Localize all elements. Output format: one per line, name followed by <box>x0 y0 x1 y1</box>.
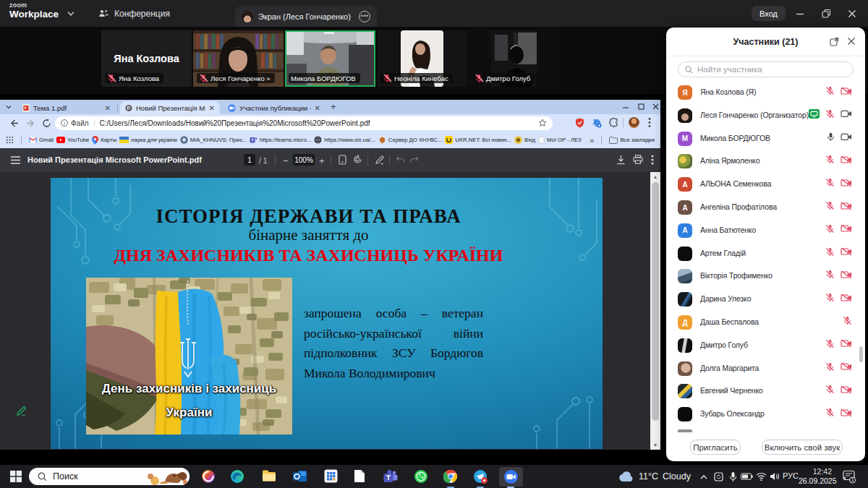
tray-sync-icon[interactable] <box>713 471 724 482</box>
all-bookmarks-button[interactable]: Все закладки <box>609 137 655 144</box>
participant-row[interactable]: Долга Маргарита <box>666 357 865 380</box>
participant-row[interactable]: ЯЯна Козлова (Я) <box>666 81 865 104</box>
video-tile-mykola-active-speaker[interactable]: Микола БОРДЮГОВ <box>285 30 375 87</box>
participant-row[interactable]: Аліна Ярмоленко <box>666 150 865 173</box>
bookmark-item[interactable]: наука для украіни <box>119 137 177 143</box>
window-minimize-icon[interactable] <box>622 105 629 111</box>
close-button[interactable] <box>846 8 858 20</box>
tab-close-icon[interactable]: ✕ <box>209 104 215 112</box>
minimize-button[interactable] <box>794 8 806 20</box>
microsoft365-icon[interactable] <box>324 469 339 484</box>
invite-button[interactable]: Пригласить <box>690 440 741 455</box>
copilot-icon[interactable] <box>201 469 216 484</box>
whatsapp-icon[interactable] <box>414 469 428 484</box>
notification-center-icon[interactable]: 1 <box>842 470 856 484</box>
window-close-icon[interactable] <box>652 103 659 110</box>
adblock-extension-icon[interactable] <box>575 118 584 128</box>
pdf-more-icon[interactable] <box>651 154 654 166</box>
list-scrollbar-thumb[interactable] <box>859 346 863 362</box>
back-icon[interactable] <box>9 119 19 128</box>
print-icon[interactable] <box>633 155 643 164</box>
tab-close-icon[interactable]: ✕ <box>315 104 320 112</box>
participant-row[interactable]: Дмитро Голуб <box>666 334 865 357</box>
scrollbar-thumb[interactable] <box>652 182 659 421</box>
teams-icon[interactable] <box>383 469 398 484</box>
tab-screen-share[interactable]: Экран (Леся Гончаренко) ••• <box>235 6 377 27</box>
more-options-icon[interactable]: ••• <box>359 11 370 22</box>
bookmark-item[interactable]: Gmail <box>29 137 54 143</box>
popout-icon[interactable] <box>830 37 839 46</box>
tray-microphone-icon[interactable] <box>729 471 737 482</box>
bookmark-item[interactable]: https://www.olx.ua/... <box>314 136 375 144</box>
outlook-icon[interactable] <box>293 469 307 484</box>
reload-icon[interactable] <box>42 119 51 128</box>
pdf-page-input[interactable]: 1 <box>244 154 255 166</box>
scroll-down-arrow[interactable]: ▼ <box>650 440 660 450</box>
start-button[interactable] <box>9 470 24 484</box>
participant-row[interactable]: ДДаша Беспалова <box>666 311 865 334</box>
weather-widget[interactable]: 11°C Cloudy <box>618 465 691 488</box>
browser-menu-icon[interactable] <box>648 117 651 128</box>
taskbar-search[interactable]: Поиск <box>29 468 190 485</box>
participant-row[interactable]: ААЛЬОНА Семенкова <box>666 173 865 196</box>
video-tile-neonila[interactable]: Неоніла Кинебас <box>377 30 467 87</box>
pdf-zoom-level[interactable]: 100% <box>293 154 315 166</box>
participant-row[interactable]: Леся Гончаренко (Организатор) <box>666 104 865 127</box>
video-tile-lesya[interactable]: Леся Гончаренко » <box>193 30 284 87</box>
edge-icon[interactable] <box>230 469 244 484</box>
maximize-button[interactable] <box>820 8 832 20</box>
bookmark-item[interactable]: UKR.NET: Всі новин... <box>445 136 511 144</box>
participant-row[interactable]: Вікторія Трофименко <box>666 265 865 288</box>
profile-avatar[interactable] <box>629 117 639 128</box>
bookmark-item[interactable]: https://teams.micro... <box>250 136 311 144</box>
file-chip[interactable]: Файл <box>61 119 95 127</box>
language-indicator[interactable]: РУС <box>783 471 799 480</box>
panel-close-icon[interactable] <box>847 37 856 46</box>
zoom-in-button[interactable]: + <box>319 155 325 166</box>
telegram-icon[interactable] <box>473 469 488 484</box>
login-button[interactable]: Вход <box>752 6 786 21</box>
address-bar[interactable]: Файл C:/Users/Леся/Downloads/Новий%20Пре… <box>55 116 553 130</box>
pdf-viewport[interactable]: ІСТОРІЯ ДЕРЖАВИ ТА ПРАВА бінарне заняття… <box>0 172 660 450</box>
browser-tab-3[interactable]: Участник публикации - Zoom ✕ <box>223 101 326 114</box>
apps-grid-icon[interactable] <box>6 136 14 144</box>
tray-volume-icon[interactable] <box>770 472 780 481</box>
browser-tab-1[interactable]: Тема 1.pdf ✕ <box>17 101 116 114</box>
tray-wifi-icon[interactable] <box>756 472 767 481</box>
download-icon[interactable] <box>616 155 626 165</box>
tray-battery-icon[interactable] <box>741 473 753 480</box>
browser-tab-2-active[interactable]: Новий Презентація Microsoft ✕ <box>120 101 220 114</box>
rotate-icon[interactable] <box>353 155 362 164</box>
bookmark-item[interactable]: Карты <box>92 136 116 145</box>
participant-row[interactable]: ММикола БОРДЮГОВ <box>666 127 865 150</box>
participant-row[interactable]: Евгений Черненко <box>666 380 865 403</box>
new-tab-button[interactable]: + <box>331 103 336 111</box>
document-icon[interactable] <box>354 469 368 484</box>
unmute-button[interactable]: Включить свой звук <box>762 440 843 455</box>
window-maximize-icon[interactable] <box>638 103 644 110</box>
bookmark-item[interactable]: YouTube <box>56 137 89 143</box>
bookmark-item[interactable]: Мої ОР - ЛЕЗ <box>538 136 582 144</box>
participant-row[interactable]: Зубарь Олександр <box>666 403 865 426</box>
file-explorer-icon[interactable] <box>262 469 276 484</box>
participant-row[interactable]: Дарина Улезко <box>666 288 865 311</box>
zoom-out-button[interactable]: − <box>283 155 289 166</box>
participant-row[interactable]: ААнгеліна Профатілова <box>666 196 865 219</box>
video-tile-dmytro[interactable]: Дмитро Голуб <box>469 30 559 87</box>
undo-icon[interactable] <box>396 155 405 164</box>
tab-search-chevron-icon[interactable] <box>4 103 13 111</box>
blue-extension-icon[interactable] <box>592 118 602 128</box>
chevron-down-icon[interactable] <box>67 9 75 18</box>
participant-row[interactable]: ААнна Батютенко <box>666 219 865 242</box>
annotation-pencil-icon[interactable] <box>15 405 27 417</box>
redo-icon[interactable] <box>409 155 419 164</box>
annotate-pen-icon[interactable] <box>375 155 385 165</box>
fit-page-icon[interactable] <box>339 155 346 165</box>
pdf-scrollbar[interactable]: ▲ ▼ <box>650 172 660 450</box>
pdf-menu-icon[interactable] <box>11 156 20 164</box>
tray-expand-icon[interactable] <box>699 474 708 480</box>
extensions-puzzle-icon[interactable] <box>609 118 618 127</box>
bookmark-item[interactable]: Вхід <box>514 136 535 144</box>
scroll-up-arrow[interactable]: ▲ <box>650 172 660 181</box>
video-tile-yana[interactable]: Яна Козлова Яна Козлова <box>101 30 192 87</box>
